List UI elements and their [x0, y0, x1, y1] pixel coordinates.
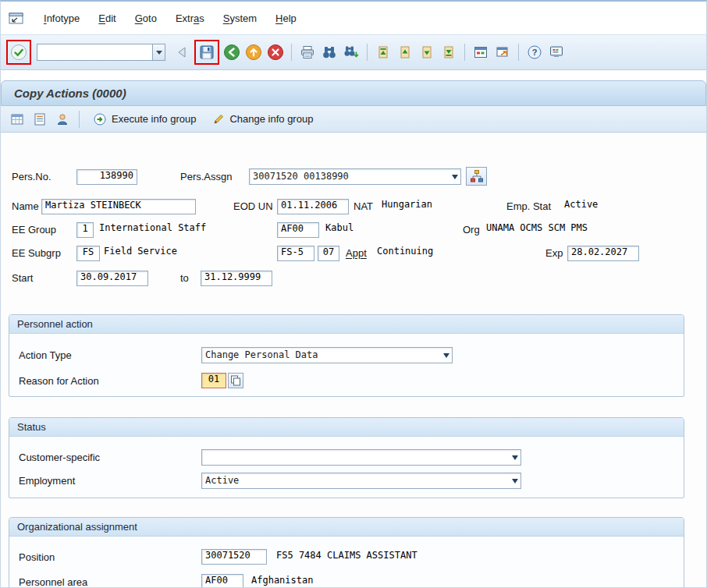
menu-edit[interactable]: Edit [89, 9, 125, 27]
ee-group-text: International Staff [99, 222, 206, 238]
personnel-area-field[interactable]: AF00 [201, 574, 243, 588]
menu-bar: Infotype Edit Goto Extras System Help [1, 2, 706, 34]
possible-entries-button[interactable] [228, 373, 243, 388]
menu-help[interactable]: Help [266, 9, 306, 27]
change-info-group-button[interactable]: Change info group [205, 109, 320, 129]
eod-field[interactable]: 01.11.2006 [277, 199, 349, 214]
menu-extras[interactable]: Extras [166, 9, 214, 27]
ee-group-field[interactable]: 1 [76, 222, 94, 238]
emp-stat-value: Active [564, 199, 598, 214]
action-type-dropdown[interactable]: Change Personal Data [201, 347, 453, 363]
execute-info-group-label: Execute info group [112, 113, 196, 125]
command-dropdown-button[interactable] [152, 44, 165, 61]
standard-toolbar: ? [1, 34, 706, 70]
help-icon: ? [527, 44, 542, 60]
system-menu-icon[interactable] [9, 12, 23, 24]
details-button[interactable] [30, 109, 50, 129]
pa-code-field[interactable]: AF00 [277, 222, 319, 238]
exp-label: Exp [545, 246, 563, 261]
assignment-overview-button[interactable] [466, 167, 487, 186]
details-list-icon [33, 112, 47, 126]
help-button[interactable]: ? [524, 42, 545, 62]
action-type-value: Change Personal Data [205, 349, 318, 360]
toolbar-separator [79, 111, 80, 128]
next-page-icon [419, 44, 435, 60]
employment-dropdown[interactable]: Active [201, 473, 521, 489]
start-date-field[interactable]: 30.09.2017 [76, 271, 148, 286]
chevron-down-icon [156, 51, 162, 58]
collapse-command-button[interactable] [172, 42, 192, 62]
overview-grid-icon [10, 112, 24, 126]
back-button[interactable] [222, 42, 242, 62]
grade-field[interactable]: FS-5 [277, 246, 314, 261]
previous-page-button[interactable] [395, 42, 415, 62]
menu-goto[interactable]: Goto [126, 9, 166, 27]
overview-button[interactable] [7, 109, 27, 129]
org-label: Org [463, 222, 480, 238]
next-page-button[interactable] [417, 42, 437, 62]
first-page-icon [375, 44, 391, 60]
end-date-field[interactable]: 31.12.9999 [201, 271, 272, 286]
enter-highlight-box [6, 40, 31, 65]
toolbar-separator [291, 44, 292, 61]
enter-button[interactable] [9, 42, 29, 62]
title-bar: Copy Actions (0000) [1, 80, 706, 106]
personnel-action-group: Personnel action Action Type Change Pers… [9, 314, 684, 397]
execute-info-group-button[interactable]: Execute info group [86, 109, 203, 129]
eod-label: EOD UN [233, 199, 273, 214]
exit-button[interactable] [243, 42, 264, 62]
first-page-button[interactable] [373, 42, 393, 62]
screen-body: Pers.No. 138990 Pers.Assgn 30071520 0013… [1, 133, 706, 588]
execute-icon [93, 112, 107, 126]
nat-label: NAT [354, 199, 373, 214]
menu-system[interactable]: System [214, 9, 266, 27]
customize-layout-button[interactable] [546, 42, 567, 62]
create-shortcut-icon [495, 44, 510, 60]
pers-assgn-combo[interactable]: 30071520 00138990 [249, 168, 461, 185]
menu-infotype[interactable]: Infotype [34, 9, 89, 27]
command-input[interactable] [37, 44, 152, 61]
employment-value: Active [205, 475, 239, 486]
chevron-down-icon [512, 479, 518, 487]
save-highlight-box [194, 40, 219, 65]
pencil-icon [212, 113, 225, 126]
pers-no-field[interactable]: 138990 [76, 169, 137, 185]
find-button[interactable] [319, 42, 339, 62]
person-icon [55, 112, 69, 126]
save-icon [199, 44, 215, 60]
save-button[interactable] [197, 42, 217, 62]
cancel-icon [267, 44, 284, 61]
toolbar-separator [518, 44, 519, 61]
position-field[interactable]: 30071520 [201, 549, 267, 565]
employment-label: Employment [19, 473, 75, 489]
personnel-file-button[interactable] [52, 109, 73, 129]
cancel-button[interactable] [265, 42, 286, 62]
create-shortcut-button[interactable] [492, 42, 513, 62]
back-icon [223, 44, 240, 61]
name-label: Name [12, 199, 39, 214]
appt-value: Continuing [377, 246, 433, 261]
ee-subgrp-field[interactable]: FS [76, 246, 100, 261]
pers-no-label: Pers.No. [12, 169, 52, 185]
print-button[interactable] [297, 42, 318, 62]
name-field[interactable]: Martiza STEINBECK [41, 199, 196, 214]
pay-level-field[interactable]: 07 [318, 246, 339, 261]
enter-check-icon [10, 44, 27, 61]
personnel-area-text: Afghanistan [251, 575, 313, 588]
possible-entries-icon [229, 374, 242, 387]
ee-subgrp-text: Field Service [104, 246, 177, 261]
personnel-area-label: Personnel area [19, 575, 87, 588]
last-page-button[interactable] [439, 42, 459, 62]
sap-gui-window: Infotype Edit Goto Extras System Help [0, 0, 707, 588]
reason-for-action-field[interactable]: 01 [201, 373, 226, 388]
customer-specific-dropdown[interactable] [201, 449, 521, 466]
screen-title: Copy Actions (0000) [14, 87, 126, 100]
toolbar-separator [464, 44, 465, 61]
find-next-button[interactable] [341, 42, 361, 62]
position-label: Position [19, 550, 55, 565]
exp-field[interactable]: 28.02.2027 [567, 246, 639, 261]
last-page-icon [441, 44, 457, 60]
chevron-down-icon [443, 353, 449, 361]
ee-group-label: EE Group [12, 222, 56, 238]
new-session-button[interactable] [471, 42, 491, 62]
